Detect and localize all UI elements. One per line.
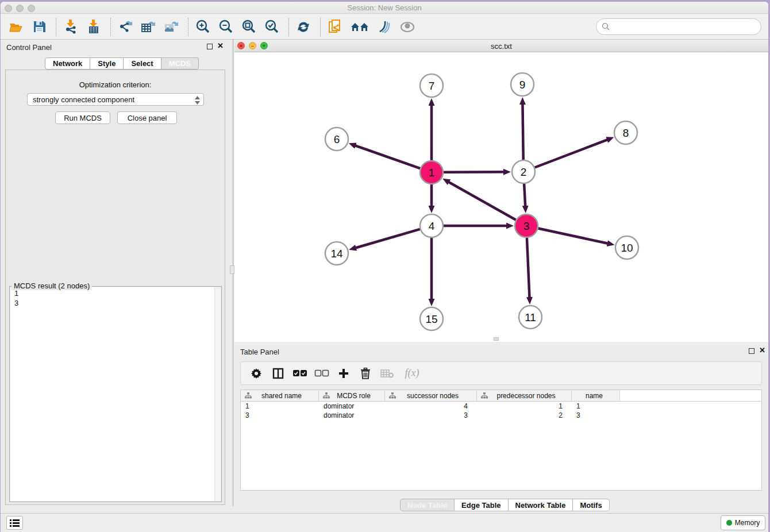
tab-motifs[interactable]: Motifs — [573, 499, 609, 511]
delete-table-icon[interactable] — [379, 365, 396, 381]
hierarchy-icon — [245, 392, 252, 399]
graph-edge-3-11[interactable] — [527, 238, 530, 298]
tab-style[interactable]: Style — [90, 57, 124, 70]
columns-icon[interactable] — [270, 365, 287, 381]
panel-divider-grip[interactable] — [230, 265, 234, 274]
tab-select[interactable]: Select — [124, 57, 161, 70]
zoom-fit-icon[interactable] — [240, 18, 257, 36]
table-close-icon[interactable]: ✕ — [759, 347, 765, 354]
network-graph[interactable]: 7968124314101511 — [234, 52, 768, 342]
toolbar-separator — [110, 18, 111, 36]
column-header-name[interactable]: name — [572, 390, 620, 401]
graph-node-label: 3 — [523, 220, 530, 232]
screen: Session: New Session — [0, 0, 770, 532]
search-box[interactable] — [596, 18, 761, 35]
graph-edge-2-3[interactable] — [524, 184, 525, 206]
memory-status-icon — [726, 520, 732, 526]
tab-node-table[interactable]: Node Table — [400, 499, 455, 511]
graph-node-label: 9 — [519, 79, 526, 91]
control-panel: Control Panel ✕ Network Style Select MCD… — [1, 40, 232, 506]
hierarchy-icon — [323, 392, 330, 399]
table-header-row: shared name MCDS role successor nodes pr… — [241, 390, 761, 402]
tab-network[interactable]: Network — [45, 57, 90, 70]
zoom-in-icon[interactable] — [194, 18, 211, 36]
graph-node-label: 7 — [429, 80, 435, 92]
control-panel-tabs: Network Style Select MCDS — [45, 57, 199, 70]
search-input[interactable] — [610, 21, 761, 33]
column-header-mcds-role[interactable]: MCDS role — [319, 390, 385, 401]
first-neighbors-icon[interactable] — [349, 18, 370, 36]
table-float-icon[interactable] — [749, 348, 754, 355]
open-file-icon[interactable] — [7, 18, 25, 36]
column-header-predecessor-nodes[interactable]: predecessor nodes — [477, 390, 572, 401]
graph-edge-2-8[interactable] — [535, 140, 608, 167]
cell-successor-nodes: 3 — [385, 411, 477, 419]
graph-edge-1-2[interactable] — [444, 172, 504, 172]
import-network-icon[interactable] — [62, 18, 79, 36]
cell-name: 3 — [572, 411, 620, 419]
table-panel: Table Panel ✕ f(x) — [234, 344, 768, 512]
mcds-panel: Optimization criterion: strongly connect… — [5, 70, 225, 505]
tab-mcds[interactable]: MCDS — [161, 57, 199, 70]
app-title: Session: New Session — [1, 3, 768, 12]
app-window: Session: New Session — [1, 2, 768, 532]
table-tabs: Node Table Edge Table Network Table Moti… — [400, 499, 610, 511]
control-panel-title: Control Panel — [6, 43, 52, 52]
add-column-icon[interactable] — [335, 365, 352, 381]
export-image-icon[interactable] — [163, 18, 180, 36]
graph-node-label: 6 — [334, 133, 340, 145]
node-table: shared name MCDS role successor nodes pr… — [240, 390, 762, 491]
mcds-result-text[interactable]: 1 3 — [10, 287, 214, 501]
column-header-shared-name[interactable]: shared name — [241, 390, 319, 401]
import-table-icon[interactable] — [85, 18, 102, 36]
network-title: scc.txt — [234, 42, 768, 51]
clone-network-icon[interactable] — [326, 18, 344, 36]
table-toolbar: f(x) — [240, 361, 762, 385]
network-resize-grip[interactable] — [494, 337, 499, 341]
tab-network-table[interactable]: Network Table — [509, 499, 573, 511]
graph-edge-1-6[interactable] — [355, 145, 420, 168]
export-table-icon[interactable] — [140, 18, 157, 36]
graph-edge-2-9[interactable] — [522, 104, 523, 160]
graph-node-label: 11 — [525, 311, 536, 323]
table-row[interactable]: 1 dominator 4 1 1 — [241, 402, 761, 411]
hide-selected-icon[interactable] — [376, 18, 393, 36]
gear-icon[interactable] — [248, 365, 265, 381]
cell-mcds-role: dominator — [319, 402, 385, 410]
graph-edge-4-14[interactable] — [356, 229, 420, 248]
graph-node-label: 1 — [429, 167, 435, 179]
mcds-result-title: MCDS result (2 nodes) — [11, 282, 92, 290]
toolbar-separator — [56, 18, 56, 36]
table-panel-title: Table Panel — [240, 348, 279, 356]
graph-edge-3-1[interactable] — [449, 182, 516, 220]
network-canvas[interactable]: 7968124314101511 — [234, 52, 768, 342]
memory-button[interactable]: Memory — [721, 515, 765, 530]
close-panel-button[interactable]: Close panel — [117, 111, 177, 124]
export-network-icon[interactable] — [117, 18, 134, 36]
toolbar-separator — [188, 18, 188, 36]
run-mcds-button[interactable]: Run MCDS — [55, 111, 110, 124]
function-builder-icon[interactable]: f(x) — [401, 365, 424, 381]
save-session-icon[interactable] — [30, 18, 48, 36]
select-all-icon[interactable] — [291, 365, 309, 381]
deselect-all-icon[interactable] — [313, 365, 330, 381]
mcds-result-box: MCDS result (2 nodes) 1 3 — [9, 283, 222, 502]
graph-edge-3-10[interactable] — [538, 228, 608, 243]
criterion-select[interactable]: strongly connected component — [27, 93, 204, 106]
combo-stepper-icon — [194, 95, 200, 105]
zoom-out-icon[interactable] — [217, 18, 234, 36]
criterion-value: strongly connected component — [33, 95, 134, 104]
tab-edge-table[interactable]: Edge Table — [455, 499, 508, 511]
cell-name: 1 — [572, 402, 620, 410]
refresh-icon[interactable] — [295, 18, 312, 36]
zoom-selected-icon[interactable] — [263, 18, 280, 36]
task-history-button[interactable] — [6, 516, 23, 530]
show-graphics-icon[interactable] — [399, 18, 416, 36]
main-toolbar — [1, 14, 768, 40]
float-panel-icon[interactable] — [207, 44, 213, 51]
column-header-successor-nodes[interactable]: successor nodes — [385, 390, 477, 401]
result-scrollbar[interactable] — [214, 287, 221, 501]
table-row[interactable]: 3 dominator 3 2 3 — [241, 411, 761, 420]
delete-icon[interactable] — [357, 365, 374, 381]
close-panel-icon[interactable]: ✕ — [217, 43, 224, 49]
